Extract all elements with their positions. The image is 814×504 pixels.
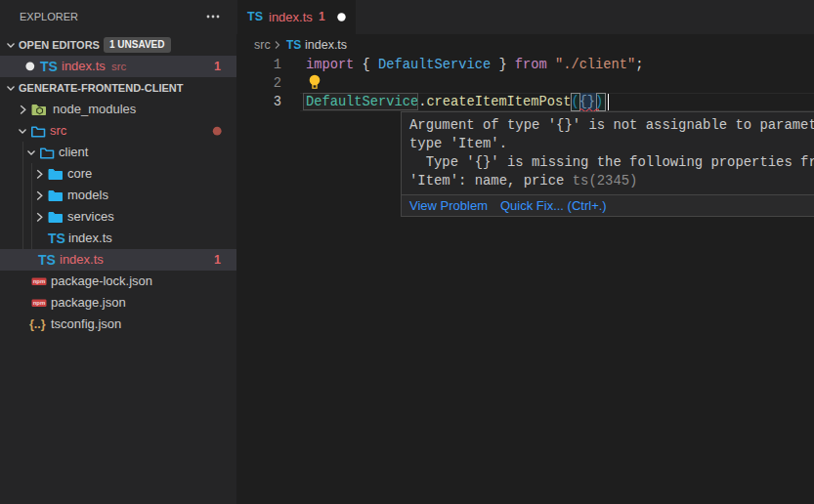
- svg-text:npm: npm: [33, 300, 46, 306]
- svg-text:npm: npm: [33, 278, 46, 284]
